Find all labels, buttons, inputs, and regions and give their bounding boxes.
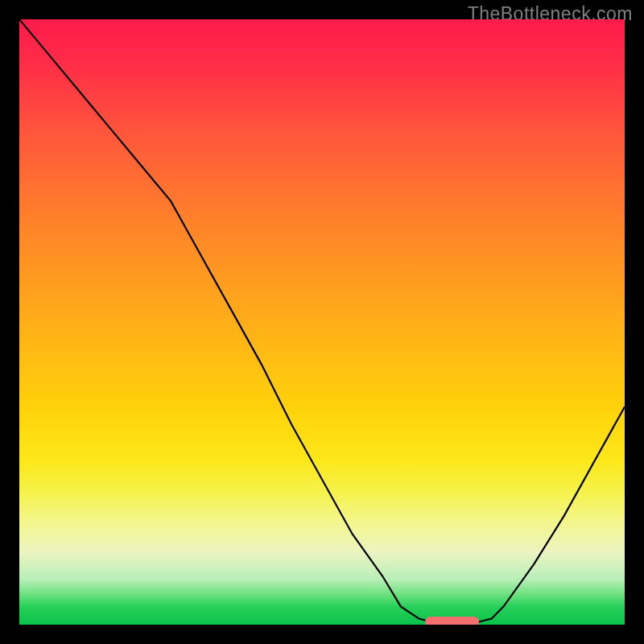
chart-plot-area [19, 19, 625, 625]
chart-svg [19, 19, 625, 625]
bottleneck-curve [19, 19, 625, 625]
optimum-marker [425, 617, 479, 625]
